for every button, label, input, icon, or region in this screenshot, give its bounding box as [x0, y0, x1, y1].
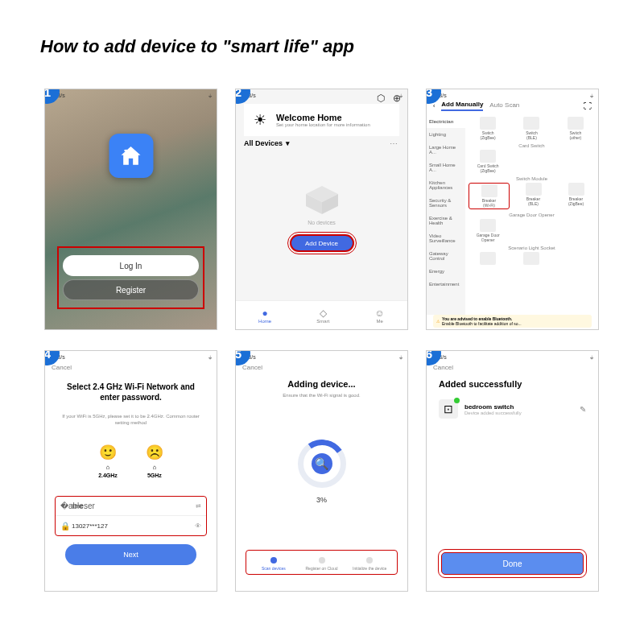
- wifi-band-illustration: 🙂⌂2.4GHz ☹️⌂5GHz: [45, 444, 217, 478]
- nav-home[interactable]: ●Home: [258, 308, 271, 324]
- device-item[interactable]: Breaker(ZigBee): [557, 183, 595, 209]
- bluetooth-advice[interactable]: You are advised to enable Bluetooth.Enab…: [433, 315, 592, 328]
- device-item[interactable]: Switch(other): [556, 117, 595, 140]
- swap-icon[interactable]: ⇄: [196, 502, 201, 510]
- step-badge: 2: [235, 89, 250, 104]
- section-header: Garage Door Opener: [469, 213, 595, 217]
- section-header: Card Switch: [469, 143, 595, 148]
- sad-face-icon: ☹️: [146, 444, 163, 461]
- progress-step: Scan devices: [250, 557, 298, 571]
- app-logo-icon: [109, 134, 153, 178]
- step-4: 4 8KB/s⏚ Cancel Select 2.4 GHz Wi-Fi Net…: [44, 350, 217, 592]
- wifi-credentials-highlight: �ableserlime⇄ 🔒13027***127👁: [55, 496, 207, 536]
- device-name: bedroom switch: [464, 403, 522, 411]
- scan-icon[interactable]: ⛶: [584, 101, 592, 110]
- chevron-down-icon: ▾: [286, 139, 290, 147]
- device-item[interactable]: Breaker(BLE): [514, 183, 552, 209]
- login-button[interactable]: Log In: [63, 255, 199, 276]
- add-device-button[interactable]: Add Device: [290, 234, 354, 252]
- category-sidebar: Electrician Lighting Large Home A... Sma…: [427, 115, 465, 315]
- sidebar-item[interactable]: Lighting: [427, 128, 465, 141]
- home-icon: ●: [258, 308, 271, 319]
- cancel-button[interactable]: Cancel: [242, 364, 262, 371]
- done-button[interactable]: Done: [441, 552, 584, 575]
- step-6: 6 8KB/s⏚ Cancel Added successfully ⊡ bed…: [426, 350, 599, 592]
- more-icon[interactable]: ⋯: [390, 139, 398, 148]
- sidebar-item[interactable]: Kitchen Appliances: [427, 176, 465, 194]
- router-icon: ⌂: [146, 464, 163, 471]
- house-icon: [118, 143, 144, 169]
- sidebar-item[interactable]: Gateway Control: [427, 247, 465, 265]
- device-status: Device added successfully: [464, 411, 522, 415]
- eye-icon[interactable]: 👁: [195, 522, 201, 530]
- bottom-nav: ●Home ◇Smart ☺Me: [236, 300, 407, 329]
- device-item[interactable]: Switch(ZigBee): [469, 117, 507, 140]
- nav-smart[interactable]: ◇Smart: [316, 308, 329, 324]
- wifi-title: Select 2.4 GHz Wi-Fi Network and enter p…: [57, 382, 204, 402]
- sidebar-item[interactable]: Video Surveillance: [427, 229, 465, 247]
- empty-box-icon: [302, 182, 342, 214]
- progress-percent: 3%: [236, 496, 407, 504]
- sidebar-item[interactable]: Large Home A...: [427, 141, 465, 159]
- success-title: Added successfully: [439, 379, 522, 389]
- sidebar-item[interactable]: Electrician: [427, 115, 465, 128]
- search-icon: 🔍: [312, 453, 332, 474]
- step-2: 2 8KB/s⏚ ⬡ ⊕ ☀ Welcome Home Set your hom…: [235, 89, 408, 330]
- section-header: Switch Module: [469, 176, 595, 181]
- back-icon[interactable]: ‹: [433, 103, 435, 109]
- sidebar-item[interactable]: Security & Sensors: [427, 194, 465, 212]
- switch-icon: [568, 117, 584, 130]
- add-tabs: ‹ Add Manually Auto Scan ⛶: [427, 101, 598, 111]
- sidebar-item[interactable]: Energy: [427, 265, 465, 278]
- all-devices-tab[interactable]: All Devices▾: [244, 139, 290, 147]
- wifi-subtitle: If your WiFi is 5GHz, please set it to b…: [61, 414, 200, 427]
- progress-ring: 🔍: [298, 440, 346, 488]
- edit-icon[interactable]: ✎: [580, 405, 586, 414]
- socket-icon: [523, 252, 539, 265]
- next-button[interactable]: Next: [65, 544, 196, 565]
- device-item[interactable]: Card Switch(ZigBee): [469, 150, 507, 173]
- device-item[interactable]: Garage DoorOpener: [469, 219, 507, 242]
- welcome-header: ☀ Welcome Home Set your home location fo…: [244, 104, 399, 136]
- breaker-icon: [568, 183, 584, 196]
- cancel-button[interactable]: Cancel: [433, 364, 453, 371]
- lock-icon: 🔒: [60, 522, 72, 530]
- welcome-subtitle: Set your home location for more informat…: [276, 122, 370, 127]
- device-item-breaker-wifi[interactable]: Breaker(Wi-Fi): [469, 183, 510, 209]
- plus-icon[interactable]: ⊕: [393, 93, 401, 104]
- register-button[interactable]: Register: [63, 279, 199, 300]
- person-icon: ☺: [375, 308, 385, 319]
- garage-icon: [480, 219, 496, 232]
- sidebar-item[interactable]: Entertainment: [427, 278, 465, 291]
- sidebar-item[interactable]: Exercise & Health: [427, 212, 465, 229]
- auth-buttons-highlight: Log In Register: [57, 246, 204, 309]
- steps-grid: 1 8KB/s⏚ Log In Register 2 8KB/s⏚ ⬡ ⊕ ☀ …: [44, 89, 600, 592]
- no-devices-label: No devices: [236, 220, 407, 225]
- device-item[interactable]: [512, 252, 551, 266]
- smart-icon: ◇: [316, 308, 329, 319]
- card-switch-icon: [480, 150, 496, 163]
- ssid-input[interactable]: �ableserlime⇄: [56, 497, 206, 516]
- added-device-row: ⊡ bedroom switch Device added successful…: [439, 399, 586, 419]
- weather-icon: ☀: [250, 110, 270, 130]
- tab-add-manually[interactable]: Add Manually: [441, 101, 483, 111]
- step-3: 3 8KB/s⏚ ‹ Add Manually Auto Scan ⛶ Elec…: [426, 89, 599, 330]
- cancel-button[interactable]: Cancel: [52, 364, 72, 371]
- page-title: How to add device to "smart life" app: [40, 36, 354, 57]
- step-5: 5 8KB/s⏚ Cancel Adding device... Ensure …: [235, 350, 408, 592]
- status-bar: 8KB/s⏚: [427, 89, 598, 101]
- tab-auto-scan[interactable]: Auto Scan: [489, 101, 519, 110]
- wifi-icon: �ableser: [60, 502, 72, 510]
- adding-subtitle: Ensure that the Wi-Fi signal is good.: [236, 393, 407, 398]
- step-badge: 1: [44, 89, 60, 104]
- device-item[interactable]: [469, 252, 507, 266]
- device-switch-icon: ⊡: [439, 399, 458, 419]
- status-bar: 8KB/s⏚: [45, 89, 217, 101]
- password-input[interactable]: 🔒13027***127👁: [56, 516, 206, 535]
- breaker-icon: [526, 183, 542, 196]
- device-item[interactable]: Switch(BLE): [512, 117, 551, 140]
- nav-me[interactable]: ☺Me: [375, 308, 385, 324]
- shield-icon[interactable]: ⬡: [377, 93, 385, 104]
- socket-icon: [480, 252, 496, 265]
- sidebar-item[interactable]: Small Home A...: [427, 159, 465, 176]
